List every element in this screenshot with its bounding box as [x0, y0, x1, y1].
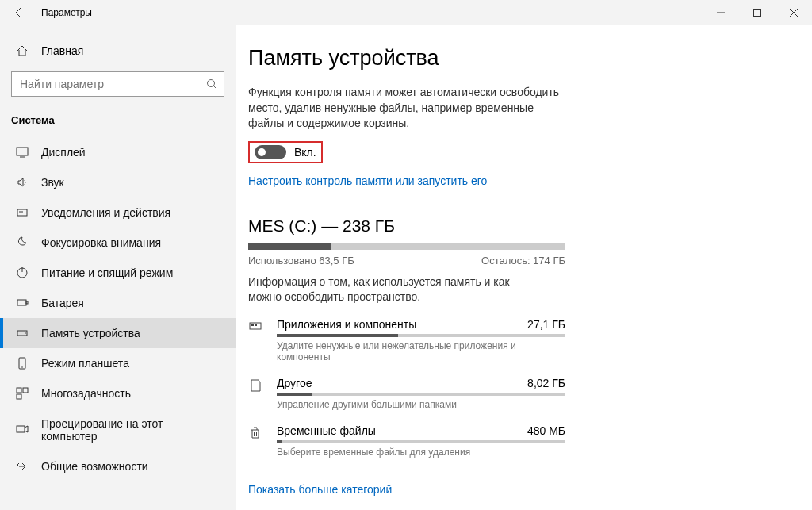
sidebar-item-icon	[14, 327, 30, 339]
sidebar-item-icon	[14, 357, 30, 370]
svg-rect-21	[17, 426, 25, 432]
sidebar-home-label: Главная	[41, 44, 83, 57]
sidebar-item-label: Батарея	[41, 297, 84, 309]
sidebar-item-label: Память устройства	[41, 327, 140, 339]
category-icon	[248, 320, 266, 334]
category-name: Приложения и компоненты	[277, 318, 416, 331]
main-content: Память устройства Функция контроля памят…	[236, 25, 812, 510]
show-more-link[interactable]: Показать больше категорий	[248, 483, 392, 496]
sidebar-item-0[interactable]: Дисплей	[0, 137, 236, 167]
sidebar-item-icon	[14, 236, 30, 249]
sidebar-item-2[interactable]: Уведомления и действия	[0, 197, 236, 228]
sidebar-item-icon	[14, 176, 30, 189]
category-bar	[277, 334, 565, 337]
category-bar	[277, 440, 565, 443]
disk-used-label: Использовано 63,5 ГБ	[248, 255, 354, 267]
svg-rect-6	[17, 148, 28, 155]
disk-remaining-label: Осталось: 174 ГБ	[481, 255, 565, 267]
sidebar-item-label: Фокусировка внимания	[41, 236, 161, 249]
storage-category[interactable]: Приложения и компоненты27,1 ГБУдалите не…	[248, 318, 565, 362]
category-hint: Управление другими большими папками	[277, 399, 565, 410]
sidebar-item-label: Общие возможности	[41, 460, 148, 473]
svg-point-15	[25, 332, 26, 334]
storage-category[interactable]: Временные файлы480 МБВыберите временные …	[248, 424, 565, 458]
maximize-button[interactable]	[739, 0, 776, 25]
svg-rect-18	[17, 388, 21, 393]
sidebar-home[interactable]: Главная	[0, 38, 236, 63]
sidebar-item-icon	[14, 146, 30, 159]
sidebar-item-icon	[14, 460, 30, 473]
title-bar: Параметры	[0, 0, 812, 25]
sidebar-item-5[interactable]: Батарея	[0, 288, 236, 318]
sidebar-item-6[interactable]: Память устройства	[0, 318, 236, 348]
close-button[interactable]	[776, 0, 812, 25]
sidebar-item-label: Проецирование на этот компьютер	[41, 417, 221, 443]
storage-sense-toggle[interactable]	[255, 145, 286, 159]
sidebar-item-label: Питание и спящий режим	[41, 267, 173, 279]
category-name: Временные файлы	[277, 424, 376, 437]
sidebar-item-icon	[14, 206, 30, 219]
category-hint: Выберите временные файлы для удаления	[277, 447, 565, 458]
sidebar-item-label: Звук	[41, 176, 64, 189]
toggle-state-label: Вкл.	[294, 146, 316, 159]
sidebar-item-label: Многозадачность	[41, 387, 131, 400]
sidebar: Главная Система ДисплейЗвукУведомления и…	[0, 25, 236, 510]
home-icon	[14, 44, 30, 57]
sidebar-item-10[interactable]: Общие возможности	[0, 451, 236, 481]
svg-rect-1	[754, 10, 761, 17]
sidebar-item-1[interactable]: Звук	[0, 167, 236, 197]
sidebar-item-4[interactable]: Питание и спящий режим	[0, 258, 236, 288]
sidebar-item-icon	[14, 424, 30, 436]
category-icon	[248, 378, 266, 393]
configure-link[interactable]: Настроить контроль памяти или запустить …	[248, 174, 487, 187]
disk-info-text: Информация о том, как используется памят…	[248, 274, 542, 305]
window-title: Параметры	[41, 7, 92, 18]
disk-heading: MES (C:) — 238 ГБ	[248, 217, 565, 236]
sidebar-item-icon	[14, 267, 30, 279]
page-title: Память устройства	[248, 46, 812, 71]
intro-text: Функция контроля памяти может автоматиче…	[248, 85, 565, 132]
svg-point-4	[208, 80, 215, 87]
sidebar-item-label: Дисплей	[41, 146, 86, 159]
sidebar-item-8[interactable]: Многозадачность	[0, 378, 236, 408]
category-size: 8,02 ГБ	[527, 377, 565, 389]
category-name: Другое	[277, 377, 312, 389]
sidebar-item-label: Режим планшета	[41, 357, 129, 370]
sidebar-item-7[interactable]: Режим планшета	[0, 348, 236, 378]
svg-rect-12	[17, 300, 26, 305]
search-icon	[200, 79, 224, 90]
svg-rect-24	[255, 324, 257, 326]
svg-rect-19	[23, 388, 28, 393]
sidebar-section-title: Система	[0, 108, 236, 137]
svg-line-5	[214, 86, 217, 90]
storage-category[interactable]: Другое8,02 ГБУправление другими большими…	[248, 377, 565, 410]
sidebar-item-3[interactable]: Фокусировка внимания	[0, 228, 236, 258]
sidebar-item-label: Уведомления и действия	[41, 206, 170, 219]
back-button[interactable]	[0, 0, 38, 25]
toggle-highlight: Вкл.	[248, 141, 323, 163]
svg-rect-13	[26, 301, 28, 304]
minimize-button[interactable]	[703, 0, 739, 25]
svg-rect-20	[17, 394, 21, 399]
disk-labels: Использовано 63,5 ГБ Осталось: 174 ГБ	[248, 255, 565, 267]
category-size: 480 МБ	[527, 424, 565, 437]
category-size: 27,1 ГБ	[527, 318, 565, 331]
search-box[interactable]	[11, 71, 224, 97]
sidebar-item-icon	[14, 387, 30, 400]
sidebar-item-icon	[14, 297, 30, 309]
svg-rect-23	[251, 324, 254, 326]
category-icon	[248, 426, 266, 440]
disk-usage-bar	[248, 243, 565, 250]
category-bar	[277, 393, 565, 396]
svg-rect-8	[17, 209, 27, 216]
svg-point-17	[21, 366, 23, 368]
sidebar-item-9[interactable]: Проецирование на этот компьютер	[0, 408, 236, 451]
search-input[interactable]	[12, 72, 200, 96]
category-hint: Удалите ненужные или нежелательные прило…	[277, 340, 565, 362]
